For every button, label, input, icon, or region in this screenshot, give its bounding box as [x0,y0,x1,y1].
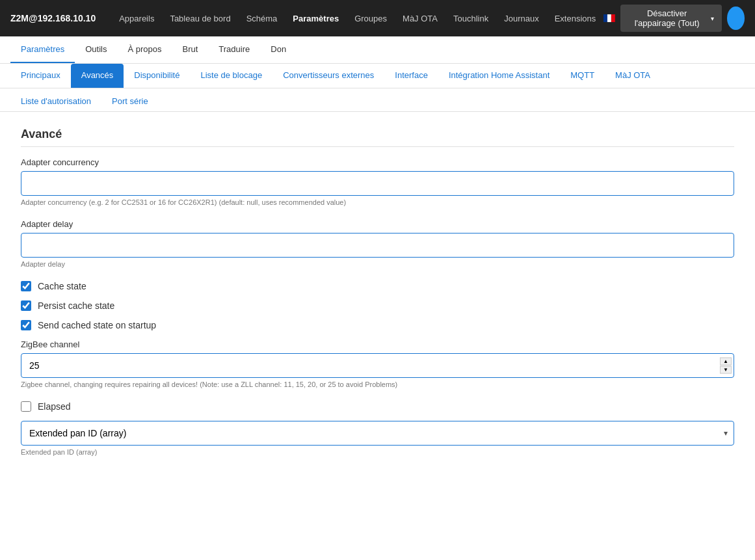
nav-tableau-de-bord[interactable]: Tableau de bord [162,0,238,36]
profile-button[interactable] [727,7,745,30]
svg-rect-0 [603,14,607,22]
top-navigation: Z2M@192.168.10.10 Appareils Tableau de b… [0,0,755,36]
tab-interface[interactable]: Interface [384,64,438,88]
adapter-delay-label: Adapter delay [21,219,734,229]
nav-touchlink[interactable]: Touchlink [445,0,496,36]
send-cached-state-group: Send cached state on startup [21,320,734,330]
adapter-concurrency-label: Adapter concurrency [21,157,734,167]
svg-rect-1 [607,14,611,22]
extended-pan-id-group: Extended pan ID (array) ▾ Extended pan I… [21,421,734,456]
tab-integration-home-assistant[interactable]: Intégration Home Assistant [438,64,560,88]
top-nav-right: Désactiver l'appairage (Tout) ▾ [603,5,745,32]
adapter-concurrency-input[interactable] [21,171,734,196]
extended-pan-id-wrapper: Extended pan ID (array) ▾ [21,421,734,446]
top-nav-links: Appareils Tableau de bord Schéma Paramèt… [111,0,603,36]
settings-tabs-row1: Principaux Avancés Disponibilité Liste d… [0,64,755,88]
cache-state-label[interactable]: Cache state [38,281,86,291]
persist-cache-state-label[interactable]: Persist cache state [38,300,114,311]
subnav-outils[interactable]: Outils [75,36,117,63]
nav-groupes[interactable]: Groupes [347,0,395,36]
tab-port-serie[interactable]: Port série [101,91,159,111]
nav-parametres[interactable]: Paramètres [285,0,347,36]
chevron-down-icon: ▾ [711,15,714,22]
sub-navigation: Paramètres Outils À propos Brut Traduire… [0,36,755,64]
subnav-don[interactable]: Don [260,36,297,63]
tab-disponibilite[interactable]: Disponibilité [124,64,190,88]
nav-extensions[interactable]: Extensions [547,0,604,36]
nav-appareils[interactable]: Appareils [111,0,162,36]
tab-convertisseurs-externes[interactable]: Convertisseurs externes [272,64,384,88]
flag-icon [603,13,615,23]
tab-mqtt[interactable]: MQTT [560,64,605,88]
zigbee-channel-label: ZigBee channel [21,340,734,349]
section-title: Avancé [21,127,734,147]
subnav-traduire[interactable]: Traduire [208,36,260,63]
tab-maj-ota[interactable]: MàJ OTA [605,64,661,88]
disable-pairing-dropdown[interactable]: Désactiver l'appairage (Tout) ▾ [620,5,722,32]
nav-journaux[interactable]: Journaux [496,0,546,36]
subnav-parametres[interactable]: Paramètres [10,36,75,63]
zigbee-channel-decrement[interactable]: ▼ [720,366,732,374]
zigbee-channel-increment[interactable]: ▲ [720,358,732,366]
brand-label[interactable]: Z2M@192.168.10.10 [10,13,96,23]
subnav-brut[interactable]: Brut [172,36,208,63]
elapsed-label[interactable]: Elapsed [38,401,71,412]
nav-schema[interactable]: Schéma [239,0,285,36]
main-content: Avancé Adapter concurrency Adapter concu… [0,112,755,485]
cache-state-group: Cache state [21,281,734,291]
nav-maj-ota[interactable]: MàJ OTA [395,0,445,36]
tab-liste-blocage[interactable]: Liste de blocage [190,64,272,88]
adapter-concurrency-group: Adapter concurrency Adapter concurrency … [21,157,734,206]
zigbee-channel-group: ZigBee channel ▲ ▼ Zigbee channel, chang… [21,340,734,388]
cache-state-checkbox[interactable] [21,281,31,291]
zigbee-channel-spinners: ▲ ▼ [720,358,732,374]
subnav-a-propos[interactable]: À propos [117,36,172,63]
tab-liste-autorisation[interactable]: Liste d'autorisation [10,91,101,111]
extended-pan-id-select[interactable]: Extended pan ID (array) [21,421,734,446]
adapter-delay-input[interactable] [21,233,734,258]
persist-cache-state-checkbox[interactable] [21,300,31,311]
zigbee-channel-input[interactable] [21,353,734,378]
adapter-concurrency-hint: Adapter concurrency (e.g. 2 for CC2531 o… [21,198,734,206]
elapsed-checkbox[interactable] [21,401,31,412]
tab-avances[interactable]: Avancés [71,64,124,88]
send-cached-state-label[interactable]: Send cached state on startup [38,320,156,330]
zigbee-channel-wrapper: ▲ ▼ [21,353,734,378]
persist-cache-state-group: Persist cache state [21,300,734,311]
adapter-delay-group: Adapter delay Adapter delay [21,219,734,268]
adapter-delay-hint: Adapter delay [21,260,734,268]
svg-rect-2 [611,14,615,22]
tab-principaux[interactable]: Principaux [10,64,71,88]
elapsed-group: Elapsed [21,401,734,412]
zigbee-channel-hint: Zigbee channel, changing requires repair… [21,380,734,388]
settings-tabs-row2: Liste d'autorisation Port série [0,88,755,112]
send-cached-state-checkbox[interactable] [21,320,31,330]
extended-pan-id-hint: Extended pan ID (array) [21,448,734,456]
